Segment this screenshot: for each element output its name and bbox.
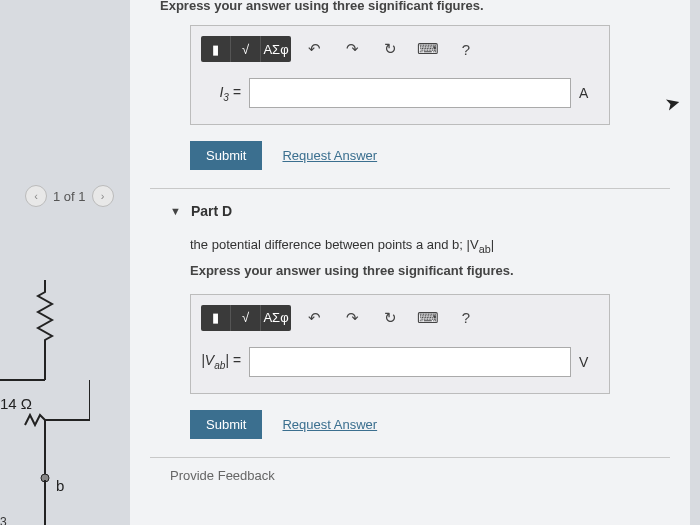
pager: ‹ 1 of 1 › [25,185,114,207]
pager-next-button[interactable]: › [92,185,114,207]
partd-title: Part D [191,203,232,219]
partc-submit-row: Submit Request Answer [190,135,690,188]
reset-icon[interactable]: ↻ [375,36,405,62]
partd-toolbar: ▮ √ ΑΣφ ↶ ↷ ↻ ⌨ ? [191,295,609,339]
pager-label: 1 of 1 [53,189,86,204]
partc-input-row: I3 = A [191,70,609,124]
partd-unit-label: V [579,354,599,370]
partd-header[interactable]: ▼ Part D [130,189,690,229]
partd-question: the potential difference between points … [130,229,690,257]
node-b-label: b [56,477,64,494]
partd-submit-row: Submit Request Answer [190,404,690,457]
partd-answer-box: ▮ √ ΑΣφ ↶ ↷ ↻ ⌨ ? |Vab| = V [190,294,610,394]
caret-down-icon: ▼ [170,205,181,217]
sqrt-icon[interactable]: √ [231,305,261,331]
greek-icon[interactable]: ΑΣφ [261,305,291,331]
partc-answer-input[interactable] [249,78,571,108]
partd-answer-input[interactable] [249,347,571,377]
partd-request-answer-link[interactable]: Request Answer [282,417,377,432]
keyboard-icon[interactable]: ⌨ [413,36,443,62]
partd-submit-button[interactable]: Submit [190,410,262,439]
keyboard-icon[interactable]: ⌨ [413,305,443,331]
templates-icon[interactable]: ▮ [201,36,231,62]
redo-icon[interactable]: ↷ [337,305,367,331]
partd-input-row: |Vab| = V [191,339,609,393]
node-3-label: 3 [0,515,7,525]
redo-icon[interactable]: ↷ [337,36,367,62]
reset-icon[interactable]: ↻ [375,305,405,331]
partc-request-answer-link[interactable]: Request Answer [282,148,377,163]
pager-prev-button[interactable]: ‹ [25,185,47,207]
resistor-value: 14 Ω [0,395,32,412]
partc-instruction: Express your answer using three signific… [130,0,690,13]
templates-icon[interactable]: ▮ [201,305,231,331]
partc-toolbar: ▮ √ ΑΣφ ↶ ↷ ↻ ⌨ ? [191,26,609,70]
undo-icon[interactable]: ↶ [299,305,329,331]
provide-feedback-link[interactable]: Provide Feedback [130,458,690,483]
partc-submit-button[interactable]: Submit [190,141,262,170]
partd-variable-label: |Vab| = [201,352,241,371]
greek-icon[interactable]: ΑΣφ [261,36,291,62]
help-icon[interactable]: ? [451,36,481,62]
partd-instruction: Express your answer using three signific… [130,257,690,282]
undo-icon[interactable]: ↶ [299,36,329,62]
content-area: Express your answer using three signific… [130,0,690,525]
left-panel: ‹ 1 of 1 › 14 Ω b 3 [0,0,120,525]
format-tool-group: ▮ √ ΑΣφ [201,36,291,62]
partc-unit-label: A [579,85,599,101]
partc-answer-box: ▮ √ ΑΣφ ↶ ↷ ↻ ⌨ ? I3 = A [190,25,610,125]
format-tool-group: ▮ √ ΑΣφ [201,305,291,331]
partc-variable-label: I3 = [201,84,241,103]
help-icon[interactable]: ? [451,305,481,331]
sqrt-icon[interactable]: √ [231,36,261,62]
